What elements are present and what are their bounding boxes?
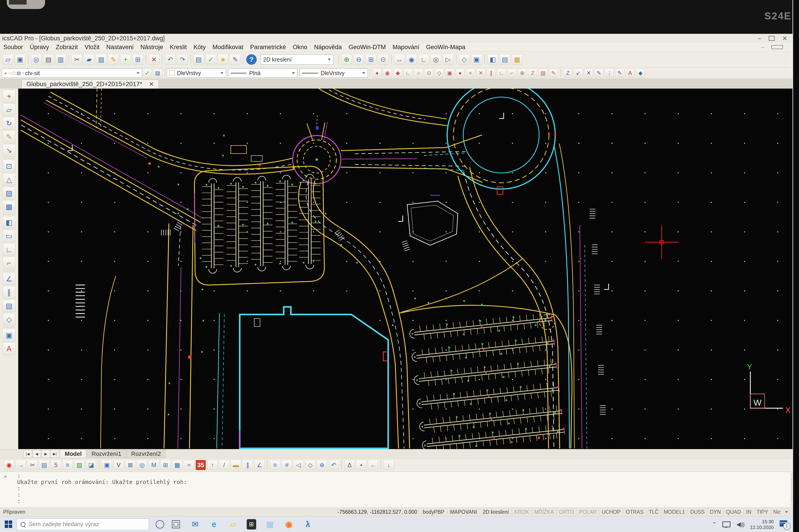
perspective-icon[interactable]: ▷ bbox=[443, 54, 453, 65]
cortana-icon[interactable] bbox=[155, 520, 164, 529]
command-close-icon[interactable]: ✕ bbox=[4, 473, 7, 480]
properties-panel-icon[interactable]: ▤ bbox=[193, 54, 204, 65]
notification-center-icon[interactable]: 1 bbox=[780, 520, 788, 529]
file-explorer-icon[interactable]: ▱ bbox=[228, 519, 238, 530]
zoom-previous-icon[interactable]: ⊙ bbox=[378, 54, 389, 65]
menu-nastroje[interactable]: Nástroje bbox=[137, 44, 167, 51]
parallel-lines-icon[interactable]: ∥ bbox=[242, 460, 253, 470]
check-standards-icon[interactable]: ✓ bbox=[205, 54, 216, 65]
layer-list-icon[interactable]: ≡ bbox=[62, 460, 73, 470]
next-layout-icon[interactable]: ▶ bbox=[41, 450, 50, 458]
mapping-icon[interactable]: M bbox=[149, 460, 159, 470]
elevation-icon[interactable]: ↑ bbox=[207, 460, 218, 470]
network-icon[interactable] bbox=[722, 521, 730, 527]
scale-35-icon[interactable]: 35 bbox=[196, 460, 206, 470]
start-button[interactable] bbox=[0, 516, 17, 532]
angle-icon[interactable]: ∠ bbox=[254, 460, 264, 470]
chevron-down-icon[interactable] bbox=[785, 511, 788, 515]
point-insert-icon[interactable]: ↙ bbox=[574, 69, 583, 78]
minimize-icon[interactable]: – bbox=[758, 35, 761, 42]
toggle-tlc[interactable]: TLČ bbox=[646, 509, 661, 515]
region-icon[interactable]: ▣ bbox=[3, 329, 15, 342]
print-preview-icon[interactable]: ◎ bbox=[31, 54, 42, 65]
zoom-out-icon[interactable]: ⊖ bbox=[353, 54, 364, 65]
color-combo[interactable]: DleVrstvy bbox=[167, 69, 226, 78]
align-icon[interactable]: ◧ bbox=[3, 216, 15, 229]
tab-rozvrzeni1[interactable]: Rozvržení1 bbox=[87, 450, 126, 458]
photos-app-icon[interactable]: ▦ bbox=[265, 519, 275, 530]
edge-app-icon[interactable]: e bbox=[209, 519, 219, 530]
eyedropper-icon[interactable]: + bbox=[120, 54, 131, 65]
help-icon[interactable]: ? bbox=[246, 54, 257, 65]
status-field-workspace[interactable]: 2D kreslení bbox=[480, 509, 512, 515]
menu-zobrazit[interactable]: Zobrazit bbox=[53, 44, 81, 51]
scale-icon[interactable]: ↘ bbox=[3, 144, 15, 157]
new-view-icon[interactable]: ▤ bbox=[500, 54, 510, 65]
layer-combo[interactable]: ● ○ □ ▤ ▫ ctv-sit bbox=[2, 69, 142, 78]
save-icon[interactable]: ▣ bbox=[15, 54, 25, 65]
close-icon[interactable]: ✕ bbox=[782, 35, 787, 42]
drop-point-icon[interactable]: ↓ bbox=[384, 460, 394, 470]
point-number-icon[interactable]: 5 bbox=[51, 460, 61, 470]
copy-entities-icon[interactable]: ▱ bbox=[3, 103, 15, 116]
cut-icon[interactable]: ✂ bbox=[72, 54, 82, 65]
toggle-otras[interactable]: OTRAS bbox=[623, 509, 646, 515]
toggle-model1[interactable]: MODEL1 bbox=[661, 509, 688, 515]
print-icon[interactable]: ▤ bbox=[43, 54, 54, 65]
lineweight-combo[interactable]: DleVrstvy bbox=[300, 69, 368, 78]
tile-horizontal-icon[interactable]: ◧ bbox=[487, 54, 498, 65]
menu-kreslit[interactable]: Kreslit bbox=[166, 44, 190, 51]
point-z-icon[interactable]: Z bbox=[563, 69, 572, 78]
arrow-left-icon[interactable]: ◁ bbox=[293, 460, 304, 470]
workspace-combo[interactable]: 2D kreslení bbox=[261, 55, 333, 64]
fillet-icon[interactable]: ⌐ bbox=[3, 257, 15, 269]
point-delete-icon[interactable]: ✕ bbox=[584, 69, 593, 78]
snap-intersection-icon[interactable]: × bbox=[466, 69, 475, 78]
geo-import-icon[interactable]: → bbox=[16, 460, 26, 470]
rotate-icon[interactable]: ↻ bbox=[3, 117, 15, 130]
document-tab-close-icon[interactable]: ✕ bbox=[149, 81, 154, 88]
toggle-duss[interactable]: DUSS bbox=[688, 509, 707, 515]
edit-icon[interactable]: ✎ bbox=[230, 54, 241, 65]
menu-parametricke[interactable]: Parametrické bbox=[247, 44, 289, 51]
profile-icon[interactable]: ▦ bbox=[172, 460, 183, 470]
menu-soubor[interactable]: Soubor bbox=[0, 44, 26, 51]
menu-geowin-dtm[interactable]: GeoWin-DTM bbox=[345, 44, 389, 51]
child-minimize-icon[interactable]: – bbox=[758, 44, 767, 50]
point-edit-icon[interactable]: ✎ bbox=[594, 69, 603, 78]
snap-node-icon[interactable]: ● bbox=[456, 69, 465, 78]
menu-okno[interactable]: Okno bbox=[289, 44, 311, 51]
snap-parallel-icon[interactable]: ∟ bbox=[497, 69, 506, 78]
hatch-grid-icon[interactable]: # bbox=[282, 460, 292, 470]
toggle-quad[interactable]: QUAD bbox=[723, 509, 743, 515]
snap-none-icon[interactable]: ⊗ bbox=[518, 69, 527, 78]
select-similar-icon[interactable]: ⊞ bbox=[132, 54, 143, 65]
slope-line-icon[interactable]: / bbox=[219, 460, 229, 470]
circle-plus-icon[interactable]: ⊕ bbox=[317, 460, 327, 470]
render-icon[interactable]: ▣ bbox=[471, 54, 482, 65]
drawing-canvas[interactable]: W Y X bbox=[18, 89, 799, 449]
rotate-3d-icon[interactable]: ⊡ bbox=[3, 160, 15, 172]
snap-settings-icon[interactable]: ✎ bbox=[549, 69, 558, 78]
status-field-mapovani[interactable]: MAPOVANI bbox=[447, 509, 480, 515]
paste-icon[interactable]: ▨ bbox=[96, 54, 107, 65]
zoom-window-icon[interactable]: ⊞ bbox=[366, 54, 376, 65]
microsoft-store-icon[interactable]: ⊞ bbox=[247, 519, 256, 530]
redo-icon[interactable]: ↷ bbox=[177, 54, 188, 65]
toggle-in[interactable]: IN bbox=[744, 509, 754, 515]
toggle-tipy[interactable]: TIPY bbox=[754, 509, 770, 515]
geo-cut-icon[interactable]: ✂ bbox=[27, 460, 38, 470]
menu-geowin-mapa[interactable]: GeoWin-Mapa bbox=[423, 44, 469, 51]
menu-napoveda[interactable]: Nápověda bbox=[311, 44, 345, 51]
triangle-icon[interactable]: ∆ bbox=[345, 460, 355, 470]
surface-icon[interactable]: ▧ bbox=[74, 460, 85, 470]
toggle-uchop[interactable]: UCHOP bbox=[599, 509, 623, 515]
mirror-3d-icon[interactable]: ▨ bbox=[3, 187, 15, 200]
plot-icon[interactable]: ▥ bbox=[55, 54, 66, 65]
snap-endpoint-icon[interactable]: ● bbox=[373, 69, 382, 78]
points-row-icon[interactable]: • bbox=[356, 460, 367, 470]
menu-koty[interactable]: Kóty bbox=[190, 44, 209, 51]
paint-brush-icon[interactable]: ✎ bbox=[3, 131, 15, 143]
prev-layout-icon[interactable]: ◀ bbox=[33, 450, 41, 458]
open-icon[interactable]: ▱ bbox=[2, 54, 13, 65]
